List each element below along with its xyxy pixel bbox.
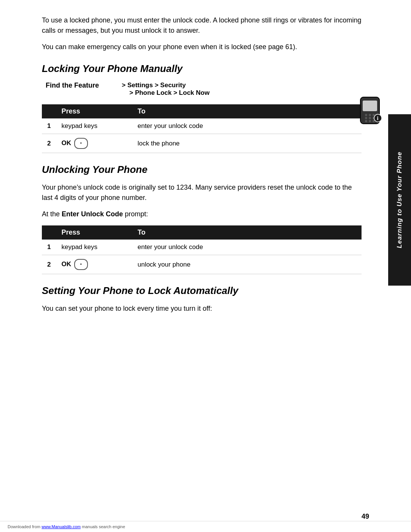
row2-to: lock the phone [132, 134, 362, 153]
table-row: 1 keypad keys enter your unlock code [42, 118, 362, 134]
footer-link[interactable]: www.Manualslib.com [41, 524, 81, 529]
table-row: 2 OK lock the phone [42, 134, 362, 153]
row4-to: unlock your phone [132, 255, 362, 274]
footer-text: Downloaded from [8, 524, 41, 529]
svg-rect-1 [363, 101, 377, 111]
find-feature-row1: > Settings > Security [122, 81, 210, 89]
page-number: 49 [362, 513, 369, 521]
press-table-2: Press To 1 keypad keys enter your unlock… [42, 225, 362, 274]
section3-para1: You can set your phone to lock every tim… [42, 304, 362, 314]
svg-point-8 [365, 120, 367, 122]
svg-point-2 [365, 114, 367, 116]
intro-para-2: You can make emergency calls on your pho… [42, 42, 362, 52]
table2-th-to: To [132, 225, 362, 240]
table1-th-to: To [132, 104, 362, 118]
sidebar-tab: Learning to Use Your Phone [388, 114, 411, 286]
section1-heading: Locking Your Phone Manually [42, 63, 362, 75]
footer-bar: Downloaded from www.Manualslib.com manua… [0, 521, 411, 532]
svg-point-9 [369, 120, 371, 122]
row2-press: OK [56, 134, 132, 153]
phone-icon-container: i [356, 95, 386, 129]
table2-header-row: Press To [42, 225, 362, 240]
row3-num: 1 [42, 240, 56, 255]
table1-th-press: Press [56, 104, 132, 118]
svg-point-3 [369, 114, 371, 116]
row1-press: keypad keys [56, 118, 132, 134]
row3-to: enter your unlock code [132, 240, 362, 255]
table1-header-row: Press To [42, 104, 362, 118]
section2-para1: Your phone’s unlock code is originally s… [42, 182, 362, 203]
footer-suffix: manuals search engine [81, 524, 125, 529]
sidebar-tab-text: Learning to Use Your Phone [396, 152, 403, 248]
find-feature-right: > Settings > Security > Phone Lock > Loc… [122, 81, 210, 97]
row3-press: keypad keys [56, 240, 132, 255]
para2-prefix: At the [42, 210, 62, 218]
find-feature-row2: > Phone Lock > Lock Now [122, 89, 210, 97]
section3-heading: Setting Your Phone to Lock Automatically [42, 285, 362, 297]
intro-para-1: To use a locked phone, you must enter th… [42, 15, 362, 36]
svg-text:i: i [377, 115, 379, 121]
find-feature-box: Find the Feature > Settings > Security >… [46, 81, 362, 97]
main-content: To use a locked phone, you must enter th… [42, 0, 362, 350]
table1-th-num [42, 104, 56, 118]
para2-suffix: prompt: [123, 210, 148, 218]
table2-th-press: Press [56, 225, 132, 240]
ok-key: OK [61, 139, 71, 147]
row1-num: 1 [42, 118, 56, 134]
svg-point-5 [365, 117, 367, 119]
svg-point-6 [369, 117, 371, 119]
press-table-1: Press To 1 keypad keys enter your unlock… [42, 104, 362, 153]
table-row: 1 keypad keys enter your unlock code [42, 240, 362, 255]
table2-th-num [42, 225, 56, 240]
row2-num: 2 [42, 134, 56, 153]
row4-press: OK [56, 255, 132, 274]
row1-to: enter your unlock code [132, 118, 362, 134]
find-feature-label: Find the Feature [46, 81, 122, 89]
ok-key-2: OK [61, 260, 71, 268]
enter-unlock-code: Enter Unlock Code [62, 210, 123, 218]
phone-icon: i [356, 95, 384, 128]
row4-num: 2 [42, 255, 56, 274]
table-row: 2 OK unlock your phone [42, 255, 362, 274]
section2-para2: At the Enter Unlock Code prompt: [42, 209, 362, 219]
key-symbol-2 [74, 259, 88, 270]
section2-heading: Unlocking Your Phone [42, 164, 362, 176]
find-feature-path1: > Settings > Security [122, 81, 186, 89]
key-symbol [74, 138, 88, 149]
